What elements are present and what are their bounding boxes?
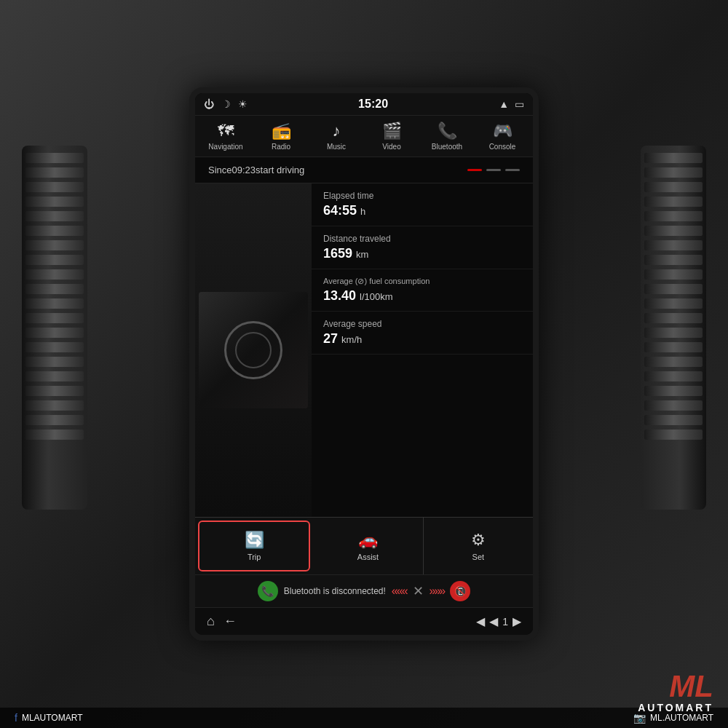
- bt-bluetooth-off-icon: ✕: [413, 583, 424, 599]
- nav-bar-right: ◀ ◀ 1 ▶: [476, 614, 521, 628]
- elapsed-time-value: 64:55 h: [323, 203, 521, 218]
- prev-track-icon[interactable]: ◀: [476, 614, 485, 628]
- status-left-icons: ⏻ ☽ ☀: [204, 98, 248, 110]
- navigation-label: Navigation: [208, 143, 242, 151]
- right-vent: [641, 146, 706, 510]
- assist-label: Assist: [357, 553, 379, 561]
- bt-notification-text: Bluetooth is disconnected!: [284, 586, 386, 596]
- instagram-item: 📷 ML.AUTOMART: [633, 712, 713, 724]
- bluetooth-bar: 📞 Bluetooth is disconnected! ««« ✕ »»» 📵: [195, 574, 533, 607]
- nav-item-navigation[interactable]: 🗺 Navigation: [204, 122, 248, 151]
- distance-label: Distance traveled: [323, 234, 521, 244]
- since-header: Since09:23start driving: [195, 157, 533, 183]
- status-bar: ⏻ ☽ ☀ 15:20 ▲ ▭: [195, 93, 533, 116]
- camera-area: [195, 183, 312, 517]
- stat-fuel: Average (⊘) fuel consumption 13.40 l/100…: [312, 269, 533, 312]
- gauge-outer: [224, 321, 282, 379]
- stat-avg-speed: Average speed 27 km/h: [312, 312, 533, 355]
- facebook-item: f MLAUTOMART: [15, 712, 82, 724]
- trip-icon: 🔄: [245, 531, 264, 550]
- avg-speed-label: Average speed: [323, 319, 521, 329]
- dash-gray-1: [486, 169, 501, 171]
- trip-button[interactable]: 🔄 Trip: [198, 521, 310, 571]
- bt-phone-green-icon[interactable]: 📞: [258, 581, 278, 601]
- watermark-brand: AUTOMART: [638, 702, 713, 713]
- set-button[interactable]: ⚙ Set: [424, 518, 533, 574]
- video-label: Video: [382, 143, 400, 151]
- video-icon: 🎬: [382, 122, 402, 141]
- bt-phone-red-icon[interactable]: 📵: [450, 581, 470, 601]
- assist-icon: 🚗: [358, 531, 378, 550]
- bluetooth-label: Bluetooth: [432, 143, 462, 151]
- bottom-buttons: 🔄 Trip 🚗 Assist ⚙ Set: [195, 517, 533, 574]
- back-icon[interactable]: ←: [223, 614, 237, 629]
- clock-display: 15:20: [248, 98, 499, 111]
- instagram-icon: 📷: [633, 712, 646, 724]
- music-label: Music: [327, 143, 346, 151]
- console-icon: 🎮: [493, 122, 513, 141]
- fuel-label: Average (⊘) fuel consumption: [323, 277, 521, 286]
- assist-button[interactable]: 🚗 Assist: [313, 518, 423, 574]
- watermark-logo: ML: [669, 671, 713, 702]
- nav-item-console[interactable]: 🎮 Console: [480, 122, 524, 151]
- prev-track2-icon[interactable]: ◀: [489, 614, 498, 628]
- wifi-icon: ▲: [499, 98, 509, 110]
- bt-arrows-icon: «««: [392, 585, 407, 598]
- stats-panel: Elapsed time 64:55 h Distance traveled 1…: [312, 183, 533, 517]
- since-text: Since09:23start driving: [208, 165, 304, 175]
- gauge-inner: [235, 332, 272, 368]
- nav-icons-row: 🗺 Navigation 📻 Radio ♪ Music 🎬 Video 📞 B…: [195, 116, 533, 157]
- bottom-nav-bar: ⌂ ← ◀ ◀ 1 ▶: [195, 607, 533, 635]
- console-label: Console: [489, 143, 516, 151]
- left-vent: [22, 146, 87, 510]
- stat-distance: Distance traveled 1659 km: [312, 226, 533, 269]
- camera-view: [199, 292, 308, 408]
- instagram-handle: ML.AUTOMART: [650, 713, 713, 723]
- fuel-value: 13.40 l/100km: [323, 288, 521, 304]
- facebook-handle: MLAUTOMART: [22, 713, 83, 723]
- status-right-icons: ▲ ▭: [499, 98, 524, 110]
- nav-bar-left: ⌂ ←: [207, 614, 237, 629]
- dash-gray-2: [505, 169, 520, 171]
- dash-indicators: [467, 169, 520, 171]
- stat-elapsed-time: Elapsed time 64:55 h: [312, 183, 533, 226]
- set-label: Set: [472, 553, 485, 561]
- night-mode-icon[interactable]: ☽: [221, 98, 231, 110]
- music-icon: ♪: [333, 122, 341, 141]
- radio-icon: 📻: [272, 122, 291, 141]
- window-icon: ▭: [515, 98, 524, 110]
- set-icon: ⚙: [471, 531, 486, 550]
- navigation-icon: 🗺: [218, 122, 234, 141]
- bluetooth-icon: 📞: [438, 122, 457, 141]
- watermark: ML AUTOMART: [638, 671, 713, 713]
- next-track-icon[interactable]: ▶: [513, 614, 521, 628]
- car-background: ⏻ ☽ ☀ 15:20 ▲ ▭ 🗺 Navigation 📻 Radio ♪ M: [0, 0, 728, 728]
- social-bar: f MLAUTOMART 📷 ML.AUTOMART: [0, 708, 728, 728]
- home-icon[interactable]: ⌂: [207, 614, 215, 629]
- elapsed-time-label: Elapsed time: [323, 191, 521, 201]
- trip-label: Trip: [248, 553, 261, 561]
- nav-item-video[interactable]: 🎬 Video: [370, 122, 414, 151]
- power-icon[interactable]: ⏻: [204, 98, 214, 110]
- content-row: Elapsed time 64:55 h Distance traveled 1…: [195, 183, 533, 517]
- nav-item-music[interactable]: ♪ Music: [314, 122, 358, 151]
- bt-arrows-right-icon: »»»: [430, 585, 445, 598]
- nav-item-bluetooth[interactable]: 📞 Bluetooth: [425, 122, 469, 151]
- brightness-icon[interactable]: ☀: [238, 98, 248, 110]
- dash-red-1: [467, 169, 482, 171]
- facebook-icon: f: [15, 712, 17, 724]
- radio-label: Radio: [272, 143, 290, 151]
- car-screen: ⏻ ☽ ☀ 15:20 ▲ ▭ 🗺 Navigation 📻 Radio ♪ M: [189, 87, 539, 641]
- avg-speed-value: 27 km/h: [323, 331, 521, 347]
- nav-item-radio[interactable]: 📻 Radio: [259, 122, 303, 151]
- track-number: 1: [502, 616, 508, 628]
- main-content: Since09:23start driving: [195, 157, 533, 517]
- distance-value: 1659 km: [323, 246, 521, 261]
